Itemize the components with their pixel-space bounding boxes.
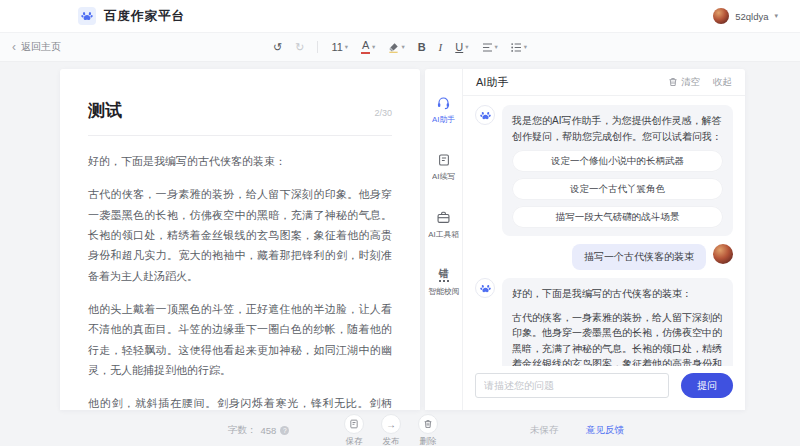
list-button[interactable]: ▾ bbox=[511, 43, 527, 52]
greeting-bubble: 我是您的AI写作助手，为您提供创作灵感，解答创作疑问，帮助您完成创作。您可以试着… bbox=[502, 105, 733, 236]
user-menu[interactable]: 52qldya ▾ bbox=[713, 8, 778, 24]
doc-paragraph[interactable]: 古代的侠客，一身素雅的装扮，给人留下深刻的印象。他身穿一袭墨黑色的长袍，仿佛夜空… bbox=[88, 184, 392, 286]
collapse-button[interactable]: 收起 bbox=[713, 76, 732, 89]
underline-button[interactable]: U ▾ bbox=[455, 41, 468, 53]
ai-paw-icon bbox=[475, 278, 495, 298]
feedback-link[interactable]: 意见反馈 bbox=[586, 424, 624, 437]
sidebar-item-label: AI工具箱 bbox=[428, 229, 459, 240]
info-icon[interactable]: ? bbox=[280, 426, 289, 435]
bold-button[interactable]: B bbox=[418, 41, 426, 53]
assistant-header: AI助手 清空 收起 bbox=[463, 69, 745, 96]
delete-button[interactable]: 删除 bbox=[418, 414, 438, 446]
caret-down-icon: ▾ bbox=[774, 12, 778, 20]
save-button[interactable]: 保存 bbox=[344, 414, 364, 446]
toolbar-divider bbox=[317, 41, 318, 53]
align-icon bbox=[481, 43, 492, 52]
username: 52qldya bbox=[735, 11, 768, 22]
title-divider bbox=[88, 135, 392, 136]
baidu-paw-icon bbox=[78, 7, 96, 25]
reply-intro: 好的，下面是我编写的古代侠客的装束： bbox=[512, 286, 723, 302]
sidebar-item-label: 智能校阅 bbox=[428, 286, 459, 297]
highlighter-icon bbox=[388, 42, 399, 53]
clear-button[interactable]: 清空 bbox=[668, 76, 700, 89]
trash-icon bbox=[418, 414, 438, 434]
app-title: 百度作家平台 bbox=[104, 8, 185, 25]
sidebar-item-label: AI助手 bbox=[432, 114, 455, 125]
assistant-panel: AI助手 清空 收起 bbox=[463, 69, 745, 410]
reply-bubble: 好的，下面是我编写的古代侠客的装束： 古代的侠客，一身素雅的装扮，给人留下深刻的… bbox=[502, 278, 733, 366]
sidebar-item-ai-toolbox[interactable]: AI工具箱 bbox=[427, 210, 461, 241]
avatar[interactable] bbox=[713, 8, 729, 24]
file-icon bbox=[344, 414, 364, 434]
arrow-right-icon: → bbox=[381, 414, 401, 434]
main-area: 测试 2/30 好的，下面是我编写的古代侠客的装束： 古代的侠客，一身素雅的装扮… bbox=[0, 62, 800, 410]
redo-icon: ↻ bbox=[295, 41, 304, 54]
ask-button[interactable]: 提问 bbox=[681, 373, 733, 398]
question-input-row: 提问 bbox=[463, 366, 745, 410]
user-bubble: 描写一个古代侠客的装束 bbox=[572, 244, 706, 270]
greeting-text: 我是您的AI写作助手，为您提供创作灵感，解答创作疑问，帮助您完成创作。您可以试着… bbox=[512, 113, 723, 144]
back-label: 返回主页 bbox=[21, 40, 61, 54]
caret-down-icon: ▾ bbox=[494, 43, 497, 51]
caret-down-icon: ▾ bbox=[401, 43, 404, 51]
suggestion-pill[interactable]: 设定一个修仙小说中的长柄武器 bbox=[512, 150, 723, 172]
word-count: 字数：458 ? bbox=[228, 424, 289, 437]
user-message-row: 描写一个古代侠客的装束 bbox=[475, 244, 733, 270]
italic-button[interactable]: I bbox=[439, 41, 443, 53]
sidebar-item-proofread[interactable]: 错 智能校阅 bbox=[427, 268, 461, 298]
question-input[interactable] bbox=[475, 373, 669, 398]
caret-down-icon: ▾ bbox=[465, 43, 468, 51]
suggestion-pill[interactable]: 设定一个古代丫鬟角色 bbox=[512, 178, 723, 200]
trash-icon bbox=[668, 77, 678, 87]
reply-body: 古代的侠客，一身素雅的装扮，给人留下深刻的印象。他身穿一袭墨黑色的长袍，仿佛夜空… bbox=[512, 310, 723, 367]
redo-button[interactable]: ↻ bbox=[295, 41, 304, 54]
publish-button[interactable]: → 发布 bbox=[381, 414, 401, 446]
toolbox-icon bbox=[436, 210, 451, 225]
sidebar-item-label: AI续写 bbox=[432, 171, 455, 182]
save-status: 未保存 bbox=[530, 424, 559, 437]
footer-bar: 字数：458 ? 保存 → 发布 删除 未保存 意见反馈 bbox=[0, 410, 800, 446]
panel-title: AI助手 bbox=[476, 75, 508, 90]
brand: 百度作家平台 bbox=[78, 7, 185, 25]
toolbar-bar: ‹ 返回主页 ↺ ↻ 11 ▾ A ▾ ▾ B I U ▾ bbox=[0, 32, 800, 62]
user-avatar bbox=[713, 244, 733, 264]
back-button[interactable]: ‹ 返回主页 bbox=[12, 40, 61, 54]
document-card: 测试 2/30 好的，下面是我编写的古代侠客的装束： 古代的侠客，一身素雅的装扮… bbox=[60, 69, 420, 410]
font-size-select[interactable]: 11 ▾ bbox=[331, 41, 348, 53]
list-icon bbox=[511, 43, 522, 52]
ai-paw-icon bbox=[475, 105, 495, 125]
document-pen-icon bbox=[437, 153, 451, 167]
right-block: AI助手 AI续写 A bbox=[425, 69, 745, 410]
editor-toolbar: ↺ ↻ 11 ▾ A ▾ ▾ B I U ▾ ▾ bbox=[273, 33, 527, 61]
ai-tools-sidebar: AI助手 AI续写 A bbox=[425, 69, 463, 410]
doc-paragraph[interactable]: 他的剑，就斜插在腰间。剑身闪烁着寒光，锋利无比。剑柄上，裹着精致的黑色鲨鱼皮，上… bbox=[88, 393, 392, 410]
caret-down-icon: ▾ bbox=[372, 43, 375, 51]
sidebar-item-ai-assistant[interactable]: AI助手 bbox=[431, 95, 456, 126]
font-color-button[interactable]: A ▾ bbox=[361, 40, 375, 54]
chat-area[interactable]: 我是您的AI写作助手，为您提供创作灵感，解答创作疑问，帮助您完成创作。您可以试着… bbox=[463, 96, 745, 366]
proofread-icon: 错 bbox=[439, 268, 449, 282]
chevron-left-icon: ‹ bbox=[12, 41, 16, 53]
document-editor[interactable]: 好的，下面是我编写的古代侠客的装束： 古代的侠客，一身素雅的装扮，给人留下深刻的… bbox=[88, 151, 392, 410]
app-header: 百度作家平台 52qldya ▾ bbox=[0, 0, 800, 32]
suggestion-pill[interactable]: 描写一段大气磅礴的战斗场景 bbox=[512, 206, 723, 228]
undo-button[interactable]: ↺ bbox=[273, 41, 282, 54]
caret-down-icon: ▾ bbox=[524, 43, 527, 51]
caret-down-icon: ▾ bbox=[345, 43, 348, 51]
align-button[interactable]: ▾ bbox=[481, 43, 497, 52]
ai-reply-row: 好的，下面是我编写的古代侠客的装束： 古代的侠客，一身素雅的装扮，给人留下深刻的… bbox=[475, 278, 733, 366]
undo-icon: ↺ bbox=[273, 41, 282, 54]
title-counter: 2/30 bbox=[374, 108, 392, 118]
ai-greeting-row: 我是您的AI写作助手，为您提供创作灵感，解答创作疑问，帮助您完成创作。您可以试着… bbox=[475, 105, 733, 236]
doc-paragraph[interactable]: 好的，下面是我编写的古代侠客的装束： bbox=[88, 151, 392, 171]
sidebar-item-ai-continue[interactable]: AI续写 bbox=[431, 153, 456, 183]
doc-title-input[interactable]: 测试 bbox=[88, 99, 122, 122]
highlight-button[interactable]: ▾ bbox=[388, 42, 404, 53]
doc-paragraph[interactable]: 他的头上戴着一顶黑色的斗笠，正好遮住他的半边脸，让人看不清他的真面目。斗笠的边缘… bbox=[88, 299, 392, 380]
headset-icon bbox=[436, 95, 451, 110]
